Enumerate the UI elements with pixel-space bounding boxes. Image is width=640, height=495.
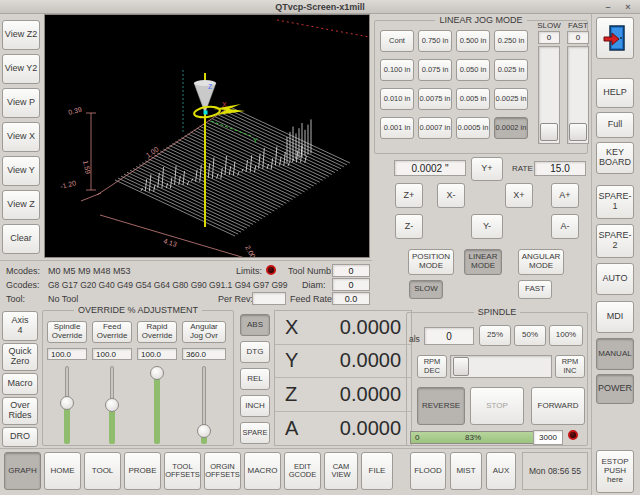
dro-inch-button[interactable]: INCH	[240, 395, 270, 417]
fast-slider-handle[interactable]	[569, 123, 587, 141]
mdi-mode-button[interactable]: MDI	[596, 301, 634, 333]
spindle-override-handle[interactable]	[60, 396, 74, 410]
view-x-button[interactable]: View X	[2, 122, 40, 152]
tab-tool[interactable]: TOOL	[84, 452, 121, 490]
dro-abs-button[interactable]: ABS	[240, 314, 270, 336]
tab-quick-zero[interactable]: Quick Zero	[2, 343, 38, 371]
jog-slow-button[interactable]: SLOW	[409, 280, 443, 299]
tab-cam-view[interactable]: CAM VIEW	[324, 452, 358, 490]
estop-button[interactable]: ESTOP PUSH here	[596, 450, 634, 493]
minimize-icon[interactable]: –	[600, 0, 616, 13]
angular-mode-button[interactable]: ANGULAR MODE	[518, 249, 564, 275]
per-rev-input[interactable]	[252, 292, 286, 305]
rapid-override-handle[interactable]	[150, 366, 164, 380]
flood-button[interactable]: FLOOD	[410, 452, 446, 490]
manual-mode-button[interactable]: MANUAL	[596, 338, 634, 370]
spindle-50-button[interactable]: 50%	[514, 325, 546, 346]
jog-increment-0100[interactable]: 0.100 in	[380, 59, 414, 81]
jog-y-plus-button[interactable]: Y+	[471, 157, 503, 181]
jog-a-plus-button[interactable]: A+	[551, 183, 579, 208]
tab-file[interactable]: FILE	[361, 452, 393, 490]
slow-slider-handle[interactable]	[540, 123, 558, 141]
jog-increment-cont[interactable]: Cont	[380, 30, 414, 52]
jog-increment-0750[interactable]: 0.750 in	[418, 30, 452, 52]
jog-increment-00005[interactable]: 0.0005 in	[456, 117, 490, 139]
angular-jog-handle[interactable]	[197, 424, 211, 438]
spindle-forward-button[interactable]: FORWARD	[531, 387, 585, 425]
spindle-rpm-handle[interactable]	[453, 357, 469, 376]
exit-button[interactable]	[596, 17, 634, 59]
angular-jog-override-button[interactable]: Angular Jog Ovr	[182, 321, 226, 343]
linear-mode-button[interactable]: LINEAR MODE	[464, 249, 502, 275]
spare-1-button[interactable]: SPARE-1	[596, 185, 634, 219]
view-y-button[interactable]: View Y	[2, 156, 40, 186]
jog-increment-00025[interactable]: 0.0025 in	[494, 88, 528, 110]
jog-fast-button[interactable]: FAST	[518, 280, 552, 299]
view-p-button[interactable]: View P	[2, 88, 40, 118]
spindle-stop-button[interactable]: STOP	[470, 387, 524, 425]
jog-increment-0075[interactable]: 0.075 in	[418, 59, 452, 81]
tab-edit-gcode[interactable]: EDIT GCODE	[284, 452, 321, 490]
clear-button[interactable]: Clear	[2, 224, 40, 254]
jog-increment-0500[interactable]: 0.500 in	[456, 30, 490, 52]
jog-increment-0005[interactable]: 0.005 in	[456, 88, 490, 110]
view-z-button[interactable]: View Z	[2, 190, 40, 220]
view-z2-button[interactable]: View Z2	[2, 20, 40, 50]
spindle-100-button[interactable]: 100%	[549, 325, 583, 346]
tab-graph[interactable]: GRAPH	[4, 452, 41, 490]
feed-override-slider[interactable]	[92, 364, 132, 444]
position-mode-button[interactable]: POSITION MODE	[408, 249, 454, 275]
jog-increment-0250[interactable]: 0.250 in	[494, 30, 528, 52]
keyboard-button[interactable]: KEY BOARD	[596, 142, 634, 174]
jog-increment-0050[interactable]: 0.050 in	[456, 59, 490, 81]
close-icon[interactable]: ×	[620, 0, 636, 13]
spindle-override-slider[interactable]	[47, 364, 87, 444]
spindle-25-button[interactable]: 25%	[479, 325, 511, 346]
jog-increment-00075[interactable]: 0.0075 in	[418, 88, 452, 110]
jog-a-minus-button[interactable]: A-	[551, 214, 579, 239]
auto-mode-button[interactable]: AUTO	[596, 263, 634, 295]
angular-jog-slider[interactable]	[184, 364, 224, 444]
tab-tool-offsets[interactable]: TOOL OFFSETS	[164, 452, 201, 490]
jog-increment-00002[interactable]: 0.0002 in	[494, 117, 528, 139]
spare-2-button[interactable]: SPARE-2	[596, 224, 634, 258]
jog-x-minus-button[interactable]: X-	[437, 183, 465, 208]
tab-macro[interactable]: Macro	[2, 373, 38, 395]
spindle-reverse-button[interactable]: REVERSE	[417, 387, 465, 425]
spindle-override-button[interactable]: Spindle Override	[47, 321, 87, 343]
jog-increment-0010[interactable]: 0.010 in	[380, 88, 414, 110]
dro-dtg-button[interactable]: DTG	[240, 341, 270, 363]
slow-jog-slider[interactable]	[538, 46, 560, 144]
dro-rel-button[interactable]: REL	[240, 368, 270, 390]
tab-probe[interactable]: PROBE	[124, 452, 161, 490]
spindle-rpm-spinbox[interactable]: 3000	[533, 430, 563, 445]
dro-spare-button[interactable]: SPARE	[240, 422, 270, 444]
rpm-dec-button[interactable]: RPM DEC	[417, 355, 447, 378]
power-button[interactable]: POWER	[596, 374, 634, 404]
jog-y-minus-button[interactable]: Y-	[471, 214, 503, 239]
tab-macro[interactable]: MACRO	[244, 452, 281, 490]
tab-home[interactable]: HOME	[44, 452, 81, 490]
view-y2-button[interactable]: View Y2	[2, 54, 40, 84]
rapid-override-slider[interactable]	[137, 364, 177, 444]
gcode-graphics-view[interactable]: 0.39 1.59 -1.20 1.00 4.13 2.00 Z X Y	[44, 14, 370, 258]
jog-increment-0001[interactable]: 0.001 in	[380, 117, 414, 139]
rapid-override-button[interactable]: Rapid Override	[137, 321, 177, 343]
full-button[interactable]: Full	[596, 112, 634, 138]
jog-x-plus-button[interactable]: X+	[505, 183, 533, 208]
tab-orgin-offsets[interactable]: ORGIN OFFSETS	[204, 452, 241, 490]
tab-overrides[interactable]: Over Rides	[2, 397, 38, 425]
feed-override-handle[interactable]	[105, 398, 119, 412]
jog-z-minus-button[interactable]: Z-	[395, 214, 423, 239]
rpm-inc-button[interactable]: RPM INC	[555, 355, 585, 378]
jog-increment-0025[interactable]: 0.025 in	[494, 59, 528, 81]
jog-increment-00007[interactable]: 0.0007 in	[418, 117, 452, 139]
tab-dro[interactable]: DRO	[2, 427, 38, 447]
aux-button[interactable]: AUX	[486, 452, 516, 490]
tab-axis-4[interactable]: Axis 4	[2, 311, 38, 341]
mist-button[interactable]: MIST	[450, 452, 482, 490]
spindle-rpm-slider[interactable]	[450, 355, 552, 378]
help-button[interactable]: HELP	[596, 78, 634, 108]
jog-z-plus-button[interactable]: Z+	[395, 183, 423, 208]
fast-jog-slider[interactable]	[567, 46, 589, 144]
